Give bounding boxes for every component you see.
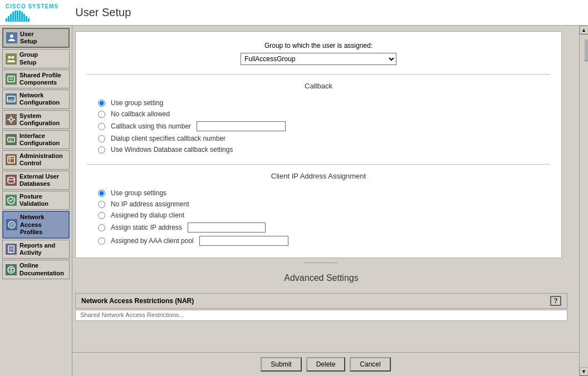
sidebar-item-admin-control[interactable]: AdministrationControl <box>2 150 70 169</box>
user-setup-icon <box>6 32 17 43</box>
admin-control-icon <box>6 154 17 165</box>
callback-option-dialup: Dialup client specifies callback number <box>98 133 539 144</box>
help-button[interactable]: ? <box>550 296 561 306</box>
scroll-up-button[interactable]: ▲ <box>580 26 589 34</box>
group-select[interactable]: FullAccessGroup <box>241 53 396 65</box>
group-label: Group to which the user is assigned: <box>264 42 373 50</box>
sidebar-item-shared-profile-label: Shared ProfileComponents <box>19 72 61 86</box>
sidebar-item-interface-config[interactable]: InterfaceConfiguration <box>2 130 70 149</box>
svg-point-1 <box>8 56 11 58</box>
group-select-container: FullAccessGroup <box>241 53 396 65</box>
ip-label-group-settings: Use group settings <box>111 189 166 197</box>
callback-divider <box>87 74 550 75</box>
page-title: User Setup <box>75 6 131 19</box>
sidebar-item-network-config[interactable]: NetworkConfiguration <box>2 90 70 108</box>
sidebar-item-network-access-profiles-label: Network AccessProfiles <box>20 214 66 236</box>
online-docs-icon <box>6 264 17 275</box>
partial-section: Shared Network Access Restrictions... <box>75 310 567 321</box>
ip-radio-none[interactable] <box>98 201 105 208</box>
callback-option-number: Callback using this number <box>98 120 539 133</box>
ip-radio-static[interactable] <box>98 224 105 231</box>
svg-rect-6 <box>7 96 15 102</box>
callback-radio-number[interactable] <box>98 123 105 130</box>
ip-option-static: Assign static IP address <box>98 221 539 234</box>
sidebar-item-interface-config-label: InterfaceConfiguration <box>19 132 60 147</box>
sidebar-item-system-config-label: SystemConfiguration <box>19 112 60 127</box>
ip-pool-input[interactable] <box>199 236 288 246</box>
callback-radio-dialup[interactable] <box>98 135 105 142</box>
posture-validation-icon <box>6 195 17 206</box>
sidebar-item-system-config[interactable]: SystemConfiguration <box>2 110 70 129</box>
callback-label-none: No callback allowed <box>111 110 170 118</box>
scrollbar[interactable]: ▲ ▼ <box>579 26 588 376</box>
shared-profile-icon <box>6 73 17 85</box>
advanced-settings-section: Advanced Settings <box>72 268 570 293</box>
sidebar-item-user-setup-label: UserSetup <box>20 31 37 45</box>
group-row: Group to which the user is assigned: Ful… <box>87 37 550 70</box>
svg-point-0 <box>10 34 13 38</box>
callback-title: Callback <box>87 79 550 93</box>
sidebar-item-group-setup[interactable]: GroupSetup <box>2 49 70 68</box>
callback-radio-none[interactable] <box>98 111 105 118</box>
external-user-db-icon <box>6 175 17 186</box>
cisco-logo: CISCO SYSTEMS <box>6 3 58 22</box>
sep-hr <box>305 263 338 263</box>
ip-option-none: No IP address assignment <box>98 199 539 210</box>
ip-option-group-settings: Use group settings <box>98 187 539 199</box>
content-area: Group to which the user is assigned: Ful… <box>72 26 579 352</box>
sidebar-item-external-user-db[interactable]: External UserDatabases <box>2 171 70 190</box>
cancel-button[interactable]: Cancel <box>350 357 390 372</box>
scroll-thumb[interactable] <box>584 39 589 61</box>
svg-point-2 <box>12 56 14 58</box>
network-access-profiles-icon <box>6 219 17 230</box>
callback-option-group-setting: Use group setting <box>98 97 539 108</box>
callback-radio-group-setting[interactable] <box>98 100 105 107</box>
callback-label-group-setting: Use group setting <box>111 99 163 107</box>
ip-label-dialup: Assigned by dialup client <box>111 211 184 219</box>
separator <box>72 258 570 268</box>
bottom-bar: Submit Delete Cancel <box>72 352 579 376</box>
scroll-down-button[interactable]: ▼ <box>580 367 589 376</box>
sidebar-item-shared-profile[interactable]: Shared ProfileComponents <box>2 70 70 88</box>
sidebar-item-online-docs-label: OnlineDocumentation <box>19 262 64 276</box>
submit-button[interactable]: Submit <box>261 357 301 372</box>
svg-rect-17 <box>8 156 14 163</box>
sidebar-item-network-config-label: NetworkConfiguration <box>19 92 60 106</box>
ip-option-dialup: Assigned by dialup client <box>98 210 539 221</box>
cisco-logo-bars <box>6 9 30 22</box>
ip-title: Client IP Address Assignment <box>87 169 550 183</box>
svg-point-9 <box>9 118 13 121</box>
svg-rect-3 <box>8 76 14 82</box>
delete-button[interactable]: Delete <box>306 357 346 372</box>
callback-option-windows: Use Windows Database callback settings <box>98 144 539 155</box>
sidebar-item-admin-control-label: AdministrationControl <box>19 152 63 167</box>
partial-text: Shared Network Access Restrictions... <box>80 311 184 318</box>
sidebar: UserSetup GroupSetup Shared ProfileCompo… <box>0 26 72 376</box>
nar-bar: Network Access Restrictions (NAR) ? <box>75 293 567 309</box>
ip-label-none: No IP address assignment <box>111 200 189 208</box>
callback-radio-group: Use group setting No callback allowed Ca… <box>87 93 550 160</box>
ip-static-input[interactable] <box>188 222 266 232</box>
callback-radio-windows[interactable] <box>98 146 105 154</box>
network-config-icon <box>6 93 17 105</box>
sidebar-item-reports-activity-label: Reports andActivity <box>19 242 55 256</box>
callback-option-none: No callback allowed <box>98 108 539 120</box>
svg-point-8 <box>9 101 10 102</box>
interface-config-icon <box>6 134 17 145</box>
reports-activity-icon <box>6 244 17 255</box>
ip-label-static: Assign static IP address <box>111 224 182 231</box>
sidebar-item-posture-validation-label: PostureValidation <box>19 193 48 207</box>
sidebar-item-reports-activity[interactable]: Reports andActivity <box>2 240 70 259</box>
ip-radio-group-settings[interactable] <box>98 190 105 197</box>
ip-radio-pool[interactable] <box>98 238 105 245</box>
sidebar-item-online-docs[interactable]: OnlineDocumentation <box>2 260 70 279</box>
callback-number-input[interactable] <box>197 121 286 131</box>
sidebar-item-network-access-profiles[interactable]: Network AccessProfiles <box>2 211 70 239</box>
callback-label-windows: Use Windows Database callback settings <box>111 146 233 154</box>
sidebar-item-posture-validation[interactable]: PostureValidation <box>2 191 70 210</box>
sidebar-item-user-setup[interactable]: UserSetup <box>2 28 70 48</box>
ip-radio-group: Use group settings No IP address assignm… <box>87 183 550 252</box>
header: CISCO SYSTEMS User Setup <box>0 0 588 26</box>
cisco-logo-text: CISCO SYSTEMS <box>6 3 58 9</box>
ip-radio-dialup[interactable] <box>98 212 105 219</box>
